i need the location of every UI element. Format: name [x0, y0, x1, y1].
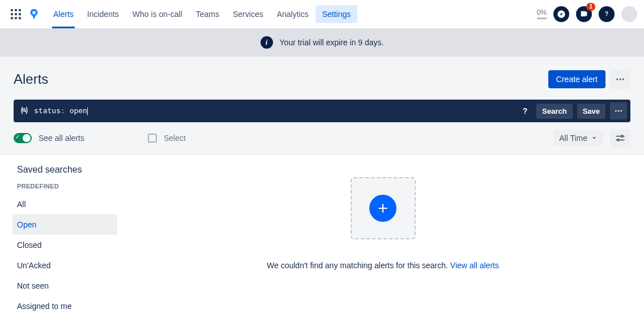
svg-text:?: ?: [605, 11, 608, 17]
svg-point-20: [617, 139, 619, 141]
svg-rect-4: [15, 13, 17, 15]
progress-indicator[interactable]: 0%: [537, 8, 547, 19]
info-icon: i: [261, 36, 273, 49]
search-button[interactable]: Search: [536, 104, 572, 119]
svg-rect-2: [19, 9, 21, 11]
ellipsis-icon: [615, 74, 625, 84]
search-bar[interactable]: status: open ? Search Save: [14, 100, 630, 122]
sidebar-item-open[interactable]: Open: [12, 214, 117, 235]
svg-point-13: [23, 109, 25, 111]
see-all-toggle[interactable]: [14, 133, 32, 143]
nav-tab-settings[interactable]: Settings: [315, 5, 358, 23]
main-content: Saved searches PREDEFINED All Open Close…: [0, 154, 644, 322]
search-value: open: [70, 106, 87, 115]
time-range-label: All Time: [559, 134, 587, 143]
empty-illustration: [351, 177, 416, 239]
page-title: Alerts: [14, 71, 48, 87]
time-range-dropdown[interactable]: All Time: [553, 130, 603, 146]
view-all-link[interactable]: View all alerts: [450, 261, 499, 270]
notification-badge: 1: [586, 3, 595, 11]
svg-rect-8: [19, 17, 21, 19]
product-logo-icon[interactable]: [25, 5, 43, 23]
notifications-icon[interactable]: 1: [576, 6, 592, 22]
filter-settings-button[interactable]: [610, 129, 630, 147]
nav-tab-label: Incidents: [87, 10, 119, 19]
search-help-button[interactable]: ?: [518, 106, 532, 115]
nav-tab-label: Services: [233, 10, 263, 19]
page-header: Alerts Create alert: [0, 57, 644, 100]
nav-tab-label: Teams: [196, 10, 219, 19]
empty-state: We couldn't find any matching alerts for…: [122, 154, 644, 322]
nav-right: 0% 1 ?: [537, 6, 637, 22]
search-key: status: [34, 106, 61, 115]
nav-tab-services[interactable]: Services: [226, 0, 270, 28]
empty-message-text: We couldn't find any matching alerts for…: [267, 261, 450, 270]
sliders-icon: [615, 132, 626, 144]
top-navigation: Alerts Incidents Who is on-call Teams Se…: [0, 0, 644, 28]
nav-tab-label: Who is on-call: [133, 10, 182, 19]
query-icon: [19, 105, 29, 117]
svg-point-10: [616, 79, 618, 80]
svg-rect-0: [11, 9, 13, 11]
banner-text: Your trial will expire in 9 days.: [280, 38, 384, 47]
ellipsis-icon: [614, 106, 623, 115]
avatar[interactable]: [621, 6, 637, 22]
nav-tab-analytics[interactable]: Analytics: [270, 0, 315, 28]
svg-rect-7: [15, 17, 17, 19]
sidebar-item-all[interactable]: All: [0, 194, 122, 214]
nav-tab-label: Analytics: [277, 10, 309, 19]
list-toolbar: See all alerts Select All Time: [0, 122, 644, 154]
search-more-button[interactable]: [610, 102, 627, 119]
chevron-down-icon: [591, 135, 598, 141]
see-all-label: See all alerts: [39, 134, 84, 143]
sidebar-item-assigned[interactable]: Assigned to me: [0, 296, 122, 316]
create-alert-button[interactable]: Create alert: [548, 70, 605, 88]
search-query[interactable]: status: open: [34, 106, 514, 115]
svg-rect-1: [15, 9, 17, 11]
svg-point-19: [621, 135, 623, 137]
nav-tab-label: Settings: [322, 10, 351, 19]
svg-rect-5: [19, 13, 21, 15]
plus-circle-icon: [369, 195, 396, 222]
save-search-button[interactable]: Save: [577, 104, 605, 119]
explore-icon[interactable]: [553, 6, 569, 22]
sidebar-item-notseen[interactable]: Not seen: [0, 276, 122, 296]
select-all-checkbox[interactable]: [148, 134, 157, 143]
svg-point-11: [620, 79, 621, 80]
help-icon[interactable]: ?: [599, 6, 615, 22]
nav-tab-teams[interactable]: Teams: [189, 0, 226, 28]
svg-rect-3: [11, 13, 13, 15]
select-label: Select: [164, 134, 186, 143]
svg-point-12: [622, 79, 624, 80]
sidebar-item-closed[interactable]: Closed: [0, 235, 122, 255]
nav-tab-alerts[interactable]: Alerts: [46, 0, 80, 28]
trial-banner: i Your trial will expire in 9 days.: [0, 28, 644, 57]
svg-point-15: [618, 110, 620, 112]
sidebar-title: Saved searches: [0, 165, 122, 175]
saved-searches-sidebar: Saved searches PREDEFINED All Open Close…: [0, 154, 122, 322]
nav-tab-label: Alerts: [53, 10, 74, 19]
more-actions-button[interactable]: [610, 69, 630, 89]
svg-point-16: [620, 110, 622, 112]
app-switcher-icon[interactable]: [7, 5, 25, 23]
nav-tab-incidents[interactable]: Incidents: [80, 0, 126, 28]
svg-point-14: [615, 110, 617, 112]
nav-tab-oncall[interactable]: Who is on-call: [126, 0, 189, 28]
empty-message: We couldn't find any matching alerts for…: [267, 261, 499, 270]
svg-rect-6: [11, 17, 13, 19]
sidebar-item-unacked[interactable]: Un'Acked: [0, 255, 122, 276]
sidebar-subheader: PREDEFINED: [0, 183, 122, 194]
nav-tabs: Alerts Incidents Who is on-call Teams Se…: [46, 0, 357, 28]
